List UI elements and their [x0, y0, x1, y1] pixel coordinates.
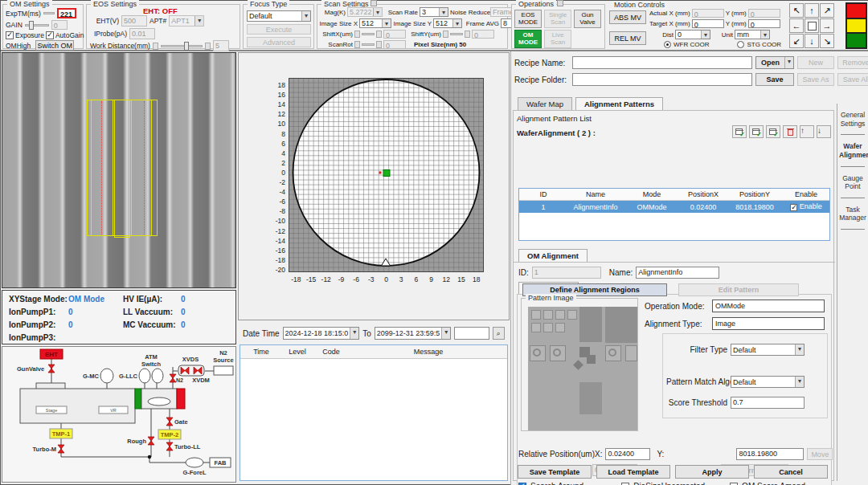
- abs-mv-button[interactable]: ABS MV: [609, 10, 646, 24]
- wd-input[interactable]: 5: [213, 40, 229, 51]
- jog-up-button[interactable]: ↑: [805, 3, 819, 18]
- delete-pattern-button[interactable]: [783, 125, 797, 138]
- exptm-input[interactable]: 221: [57, 8, 76, 18]
- jog-left-button[interactable]: ←: [789, 18, 804, 33]
- id-input[interactable]: 1: [532, 267, 601, 279]
- dist-combo[interactable]: 0▾: [675, 30, 710, 39]
- recipe-name-input[interactable]: [572, 56, 752, 69]
- log-search-input[interactable]: [454, 327, 489, 340]
- image-size-y-combo[interactable]: 512▾: [433, 18, 462, 28]
- table-row[interactable]: 1 AlignmentInfo OMMode 0.02400 8018.1980…: [519, 201, 829, 213]
- save-button[interactable]: Save: [755, 73, 794, 86]
- scan-rate-combo[interactable]: 3▾: [420, 7, 448, 17]
- date-from-combo[interactable]: 2024-12-18 18:15:0▾: [283, 327, 360, 340]
- jog-ne-button[interactable]: ↗: [820, 3, 834, 18]
- shifty-slider[interactable]: [450, 33, 463, 35]
- apply-button[interactable]: Apply: [675, 465, 749, 479]
- save-template-button[interactable]: Save Template: [518, 465, 592, 479]
- panel-options-icon[interactable]: [371, 0, 377, 6]
- gain-input[interactable]: 0: [51, 20, 68, 30]
- wd-slider[interactable]: [161, 45, 203, 47]
- relative-x-input[interactable]: 0.02400: [605, 448, 650, 460]
- eht-input[interactable]: 500: [121, 15, 147, 26]
- wfr-coor-radio[interactable]: [664, 41, 671, 48]
- log-search-button[interactable]: ⌕: [493, 327, 505, 340]
- edit-pattern-button[interactable]: Edit Pattern: [678, 283, 799, 296]
- side-tab-general-settings[interactable]: General Settings: [837, 104, 868, 134]
- cancel-button[interactable]: Cancel: [754, 465, 828, 479]
- jog-sw-button[interactable]: ↙: [789, 34, 804, 48]
- autogain-checkbox[interactable]: ✓: [46, 31, 54, 39]
- enable-checkbox[interactable]: ✓: [790, 204, 797, 211]
- side-tab-wafer-alignment[interactable]: Wafer Alignment: [837, 135, 868, 165]
- jog-se-button[interactable]: ↘: [820, 34, 834, 48]
- shiftx-slider[interactable]: [362, 33, 375, 35]
- shifty-input[interactable]: 0: [472, 30, 494, 39]
- measure-box-center[interactable]: [114, 100, 130, 238]
- tab-om-alignment[interactable]: OM Alignment: [518, 249, 588, 263]
- measure-box-left[interactable]: [91, 100, 113, 236]
- live-scan-button[interactable]: Live Scan: [544, 30, 571, 48]
- side-tab-task-manager[interactable]: Task Manager: [837, 198, 868, 229]
- image-size-x-combo[interactable]: 512▾: [359, 18, 391, 28]
- rel-mv-button[interactable]: REL MV: [609, 31, 646, 45]
- save-all-button[interactable]: Save All: [837, 73, 868, 86]
- execute-button[interactable]: Execute: [247, 24, 311, 35]
- scanrot-inc[interactable]: [376, 41, 382, 48]
- sem-live-image[interactable]: [2, 52, 236, 288]
- target-y-input[interactable]: 0: [748, 19, 780, 28]
- tab-alignment-patterns[interactable]: Alignment Patterns: [575, 97, 663, 111]
- apt-combo[interactable]: APT1▾: [169, 15, 204, 26]
- add-pattern-button[interactable]: ✓: [732, 125, 747, 138]
- scanrot-slider[interactable]: [362, 43, 375, 46]
- wafer-map[interactable]: [289, 78, 484, 272]
- gun-valve-button[interactable]: Gun Valve: [574, 10, 601, 28]
- eos-mode-button[interactable]: EOS MODE: [514, 10, 542, 28]
- pattern-match-algo-combo[interactable]: Default▾: [731, 376, 805, 388]
- target-x-input[interactable]: 0: [692, 19, 724, 28]
- shiftx-inc[interactable]: [376, 31, 382, 38]
- jog-stop-button[interactable]: [805, 18, 819, 33]
- shifty-inc[interactable]: [465, 31, 470, 38]
- save-as-button[interactable]: Save As: [797, 73, 834, 86]
- new-button[interactable]: New: [797, 56, 834, 69]
- om-mode-button[interactable]: OM MODE: [514, 30, 542, 48]
- move-up-button[interactable]: ↑: [800, 125, 814, 138]
- move-down-button[interactable]: ↓: [817, 125, 831, 138]
- unit-combo[interactable]: mm▾: [735, 30, 770, 39]
- insert-pattern-button[interactable]: ✓: [749, 125, 764, 138]
- scanrot-dec[interactable]: [354, 41, 360, 48]
- wd-dec-button[interactable]: [153, 43, 158, 50]
- shifty-dec[interactable]: [443, 31, 448, 38]
- remove-button[interactable]: Remove: [837, 56, 868, 69]
- load-template-button[interactable]: Load Template: [596, 465, 670, 479]
- shiftx-input[interactable]: 0: [383, 30, 406, 39]
- mag-combo[interactable]: 5.2722▾: [347, 7, 383, 17]
- filter-type-combo[interactable]: Default▾: [731, 344, 805, 356]
- name-input[interactable]: AlignmentInfo: [636, 267, 719, 279]
- diesize-checkbox[interactable]: [621, 483, 629, 485]
- jog-down-button[interactable]: ↓: [805, 34, 819, 48]
- tab-wafer-map[interactable]: Wafer Map: [518, 97, 572, 111]
- search-around-checkbox[interactable]: ✓: [518, 483, 526, 485]
- pattern-image[interactable]: [528, 307, 637, 430]
- date-to-combo[interactable]: 2099-12-31 23:59:5▾: [375, 327, 452, 340]
- copy-pattern-button[interactable]: ✓: [766, 125, 780, 138]
- gain-slider[interactable]: [25, 24, 49, 26]
- move-button[interactable]: Move: [807, 448, 833, 460]
- wafer-center-die[interactable]: [383, 169, 390, 176]
- score-threshold-input[interactable]: 0.7: [731, 397, 805, 409]
- focus-type-combo[interactable]: Default▾: [247, 10, 311, 22]
- stg-coor-radio[interactable]: [737, 41, 744, 48]
- wafer-alignment-table[interactable]: ID Name Mode PositionX PositionY Enable …: [518, 188, 830, 241]
- iprobe-input[interactable]: 0.01: [129, 28, 155, 39]
- switch-om-button[interactable]: Switch OM: [35, 40, 74, 51]
- jog-right-button[interactable]: →: [820, 18, 834, 33]
- relative-y-input[interactable]: 8018.19800: [736, 448, 804, 460]
- event-log-table[interactable]: Time Level Code Message: [240, 344, 508, 481]
- panel-options-icon[interactable]: [557, 0, 563, 6]
- single-scan-button[interactable]: Single Scan: [544, 10, 571, 28]
- exptm-slider[interactable]: [43, 12, 55, 14]
- advanced-button[interactable]: Advanced: [247, 37, 311, 47]
- measure-box-right[interactable]: [131, 100, 152, 236]
